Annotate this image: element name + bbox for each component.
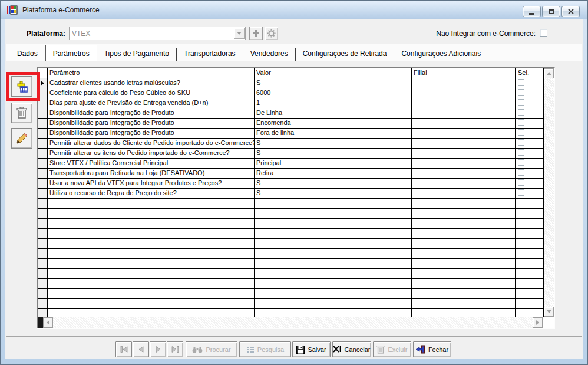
excluir-button[interactable]: Excluir [373,341,411,357]
cell-filial[interactable] [412,209,516,218]
sel-checkbox[interactable] [518,79,524,86]
cell-valor[interactable]: Encomenda [255,119,412,128]
col-header-sel[interactable]: Sel. [516,68,533,78]
cell-parametro[interactable]: Store VTEX / Política Comercial Principa… [48,159,255,168]
cell-parametro[interactable]: Dias para ajuste de Previsão de Entrega … [48,98,255,108]
cell-sel[interactable] [516,129,533,138]
table-row[interactable] [38,219,544,229]
table-row[interactable] [38,259,544,269]
cell-sel[interactable] [516,229,533,238]
tab-par-metros[interactable]: Parâmetros [45,45,97,61]
cell-sel[interactable] [516,119,533,128]
horizontal-scrollbar[interactable] [38,317,554,328]
cell-filial[interactable] [412,219,516,228]
salvar-button[interactable]: Salvar [292,341,331,357]
cell-valor[interactable] [255,279,412,288]
cell-filial[interactable] [412,309,516,317]
cell-parametro[interactable] [48,309,255,317]
cell-valor[interactable]: S [255,179,412,188]
add-platform-button[interactable] [249,27,263,40]
table-row[interactable]: Utiliza o recurso de Regra de Preço do s… [38,189,544,199]
cell-parametro[interactable]: Disponibilidade para Integração de Produ… [48,119,255,128]
cell-filial[interactable] [412,78,516,88]
cell-valor[interactable] [255,199,412,208]
table-row[interactable]: Dias para ajuste de Previsão de Entrega … [38,98,544,108]
procurar-button[interactable]: Procurar [186,341,237,357]
cell-parametro[interactable] [48,259,255,268]
sel-checkbox[interactable] [518,159,524,166]
table-row[interactable]: Cadastrar clientes usando letras maiúscu… [38,78,544,88]
sel-checkbox[interactable] [518,119,524,126]
add-record-button[interactable] [11,76,32,97]
edit-record-button[interactable] [11,128,32,149]
sel-checkbox[interactable] [518,129,524,136]
cell-parametro[interactable] [48,249,255,258]
cell-parametro[interactable]: Permitir alterar dados do Cliente do Ped… [48,139,255,148]
cell-sel[interactable] [516,289,533,298]
cell-sel[interactable] [516,159,533,168]
cell-valor[interactable]: De Linha [255,108,412,118]
table-row[interactable]: Usar a nova API da VTEX para Integrar Pr… [38,179,544,189]
table-row[interactable]: Disponibilidade para Integração de Produ… [38,119,544,129]
table-row[interactable] [38,239,544,249]
cell-valor[interactable] [255,249,412,258]
sel-checkbox[interactable] [518,179,524,186]
cell-valor[interactable] [255,259,412,268]
sel-checkbox[interactable] [518,99,524,106]
cell-sel[interactable] [516,199,533,208]
scroll-left-button[interactable] [43,317,53,328]
cell-sel[interactable] [516,108,533,118]
last-record-button[interactable] [167,341,183,357]
cell-sel[interactable] [516,249,533,258]
cell-filial[interactable] [412,179,516,188]
cell-sel[interactable] [516,299,533,308]
cell-parametro[interactable] [48,199,255,208]
minimize-button[interactable] [523,6,541,17]
cell-valor[interactable]: S [255,139,412,148]
table-row[interactable] [38,209,544,219]
cell-filial[interactable] [412,129,516,138]
cell-filial[interactable] [412,189,516,198]
table-row[interactable] [38,279,544,289]
next-record-button[interactable] [150,341,166,357]
close-button[interactable] [561,6,580,17]
cell-valor[interactable]: S [255,149,412,158]
table-row[interactable]: Disponibilidade para Integração de Produ… [38,129,544,139]
cell-parametro[interactable] [48,289,255,298]
col-header-filial[interactable]: Filial [412,68,516,78]
cell-filial[interactable] [412,299,516,308]
cell-parametro[interactable] [48,299,255,308]
cell-valor[interactable] [255,309,412,317]
table-row[interactable] [38,199,544,209]
cell-filial[interactable] [412,249,516,258]
cell-parametro[interactable] [48,269,255,278]
cell-parametro[interactable] [48,229,255,238]
cell-filial[interactable] [412,199,516,208]
table-row[interactable]: Transportadora para Retirada na Loja (DE… [38,169,544,179]
cell-sel[interactable] [516,88,533,98]
fechar-button[interactable]: Fechar [413,341,451,357]
table-row[interactable]: Permitir alterar dados do Cliente do Ped… [38,139,544,149]
tab-dados[interactable]: Dados [10,48,45,61]
tab-transportadoras[interactable]: Transportadoras [177,48,243,61]
sel-checkbox[interactable] [518,139,524,146]
cell-valor[interactable]: S [255,189,412,198]
cell-parametro[interactable]: Permitir alterar os itens do Pedido impo… [48,149,255,158]
table-row[interactable] [38,229,544,239]
plataforma-combobox[interactable]: VTEX [69,27,246,40]
cell-valor[interactable]: 1 [255,98,412,108]
cell-valor[interactable]: S [255,78,412,88]
cell-parametro[interactable] [48,239,255,248]
cell-parametro[interactable] [48,219,255,228]
cell-parametro[interactable]: Disponibilidade para Integração de Produ… [48,129,255,138]
tab-configura-es-de-retirada[interactable]: Configurações de Retirada [296,48,395,61]
cell-valor[interactable] [255,299,412,308]
cell-sel[interactable] [516,259,533,268]
cell-parametro[interactable]: Disponibilidade para Integração de Produ… [48,108,255,118]
cell-parametro[interactable]: Cadastrar clientes usando letras maiúscu… [48,78,255,88]
col-header-parametro[interactable]: Parâmetro [48,68,255,78]
cell-filial[interactable] [412,229,516,238]
platform-settings-button[interactable] [265,27,278,40]
vscroll-track[interactable] [544,78,554,307]
cell-filial[interactable] [412,149,516,158]
